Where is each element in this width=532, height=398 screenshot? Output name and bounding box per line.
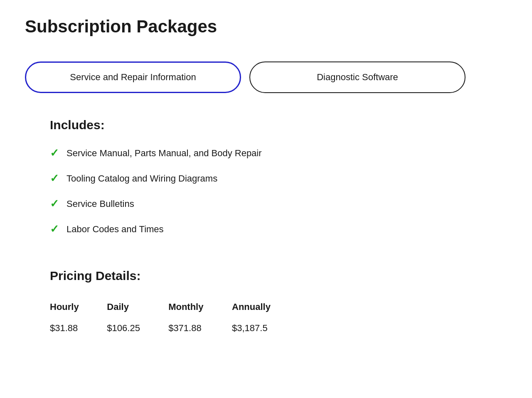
pricing-header-row: Hourly Daily Monthly Annually: [50, 297, 299, 317]
list-item: ✓ Tooling Catalog and Wiring Diagrams: [50, 172, 507, 185]
check-icon: ✓: [50, 197, 59, 210]
includes-section: Includes: ✓ Service Manual, Parts Manual…: [50, 118, 507, 236]
tab-diagnostic-software[interactable]: Diagnostic Software: [249, 61, 466, 93]
price-monthly: $371.88: [168, 317, 232, 338]
includes-list: ✓ Service Manual, Parts Manual, and Body…: [50, 147, 507, 236]
list-item: ✓ Service Manual, Parts Manual, and Body…: [50, 147, 507, 160]
includes-heading: Includes:: [50, 118, 507, 132]
list-item-text: Service Manual, Parts Manual, and Body R…: [66, 148, 262, 159]
tabs-container: Service and Repair Information Diagnosti…: [25, 61, 507, 93]
check-icon: ✓: [50, 147, 59, 160]
price-daily: $106.25: [107, 317, 168, 338]
list-item-text: Service Bulletins: [66, 199, 134, 209]
list-item: ✓ Labor Codes and Times: [50, 223, 507, 236]
page-title: Subscription Packages: [25, 17, 507, 37]
list-item-text: Labor Codes and Times: [66, 224, 164, 235]
col-daily: Daily: [107, 297, 168, 317]
check-icon: ✓: [50, 223, 59, 236]
tab-service-repair[interactable]: Service and Repair Information: [25, 61, 241, 93]
pricing-row: $31.88 $106.25 $371.88 $3,187.5: [50, 317, 299, 338]
pricing-table: Hourly Daily Monthly Annually $31.88 $10…: [50, 297, 299, 338]
content-area: Includes: ✓ Service Manual, Parts Manual…: [25, 118, 507, 338]
check-icon: ✓: [50, 172, 59, 185]
pricing-section: Pricing Details: Hourly Daily Monthly An…: [50, 269, 507, 338]
col-annually: Annually: [232, 297, 299, 317]
pricing-heading: Pricing Details:: [50, 269, 507, 283]
col-monthly: Monthly: [168, 297, 232, 317]
list-item: ✓ Service Bulletins: [50, 197, 507, 210]
price-annually: $3,187.5: [232, 317, 299, 338]
col-hourly: Hourly: [50, 297, 107, 317]
price-hourly: $31.88: [50, 317, 107, 338]
list-item-text: Tooling Catalog and Wiring Diagrams: [66, 173, 217, 184]
